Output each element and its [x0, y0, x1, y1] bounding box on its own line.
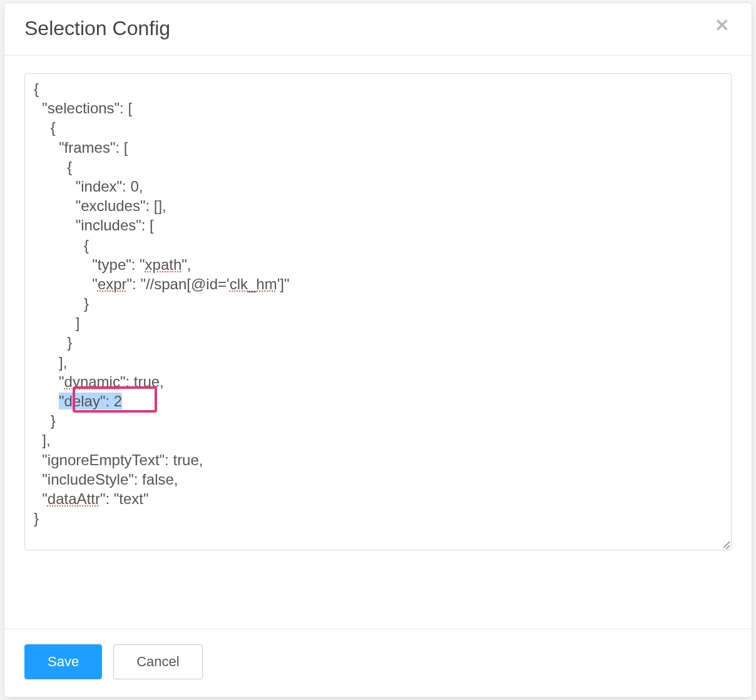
code-line: ']"	[277, 275, 290, 292]
code-line: ]	[34, 314, 79, 331]
selection-config-modal: Selection Config ✕ { "selections": [ { "…	[4, 3, 752, 697]
modal-header: Selection Config ✕	[4, 3, 752, 56]
code-line: ],	[34, 354, 67, 371]
modal-title: Selection Config	[24, 17, 170, 40]
code-token-clk-hm: clk_hm	[230, 275, 277, 292]
code-line: "	[34, 490, 48, 507]
code-token-xpath: xpath	[145, 256, 182, 273]
code-line: ": true,	[120, 373, 164, 390]
code-line: {	[34, 158, 72, 175]
code-line: "frames": [	[34, 139, 128, 156]
code-line: ",	[181, 256, 191, 273]
code-line: "ignoreEmptyText": true,	[34, 451, 203, 468]
config-code-content[interactable]: { "selections": [ { "frames": [ { "index…	[25, 74, 731, 550]
code-line: }	[34, 295, 89, 312]
code-token-dataattr: dataAttr	[48, 490, 100, 507]
close-icon[interactable]: ✕	[712, 17, 732, 34]
code-token-expr: expr	[98, 275, 127, 292]
code-token-dynamic: dynamic	[64, 373, 120, 390]
cancel-button[interactable]: Cancel	[113, 644, 202, 679]
code-line: "index": 0,	[34, 178, 143, 195]
code-line: "	[34, 373, 64, 390]
code-line: }	[34, 412, 56, 429]
code-line: "	[34, 275, 98, 292]
save-button[interactable]: Save	[24, 644, 102, 679]
code-line: "includeStyle": false,	[34, 471, 178, 488]
code-line: {	[34, 237, 89, 254]
modal-body: { "selections": [ { "frames": [ { "index…	[4, 56, 752, 629]
code-line: {	[34, 80, 39, 97]
code-line: ": "text"	[100, 490, 149, 507]
code-line: "excludes": [],	[34, 197, 166, 214]
code-line: }	[34, 510, 39, 527]
config-textarea[interactable]: { "selections": [ { "frames": [ { "index…	[24, 73, 732, 550]
code-line: }	[34, 334, 72, 351]
code-line	[34, 393, 59, 409]
code-selection-delay: "delay": 2	[59, 393, 122, 409]
code-line: "selections": [	[34, 100, 132, 116]
code-line: "includes": [	[34, 217, 154, 234]
code-line: {	[34, 119, 56, 136]
modal-footer: Save Cancel	[4, 629, 752, 697]
code-line: "type": "	[34, 256, 145, 273]
code-line: ": "//span[@id='	[127, 275, 230, 292]
code-line: ],	[34, 431, 51, 448]
